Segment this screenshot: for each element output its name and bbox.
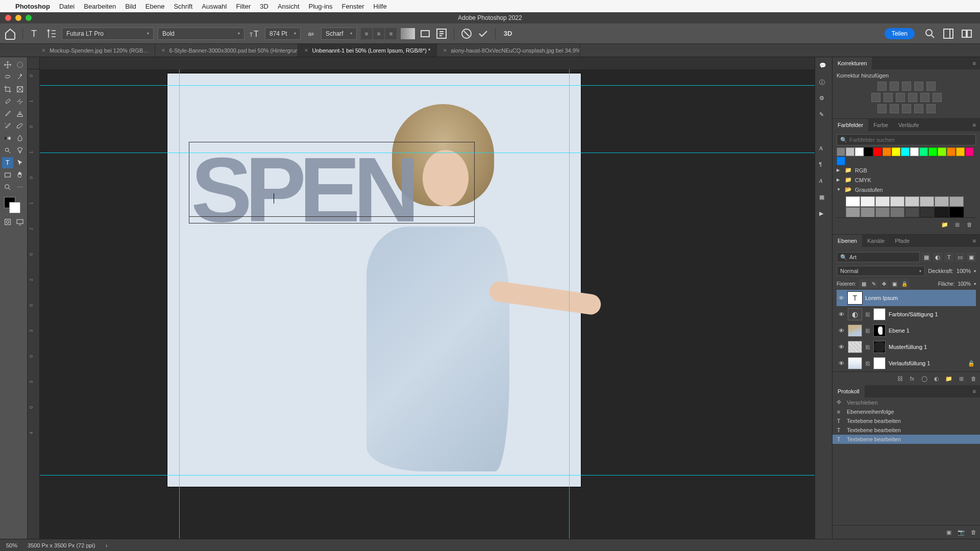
guide-horizontal[interactable] — [40, 475, 815, 475]
type-tool-indicator-icon[interactable]: T — [29, 28, 41, 40]
menu-plugins[interactable]: Plug-ins — [309, 3, 333, 10]
history-item[interactable]: ✥Verschieben — [832, 397, 980, 407]
comment-panel-icon[interactable]: 💬 — [819, 62, 828, 71]
layer-mask[interactable] — [873, 341, 886, 353]
layer-mask[interactable] — [873, 308, 886, 320]
menu-3d[interactable]: 3D — [260, 3, 268, 10]
close-icon[interactable]: × — [42, 47, 45, 54]
delete-layer-icon[interactable]: 🗑 — [969, 374, 978, 383]
ruler-vertical[interactable]: 010 101 202 030 304 — [28, 69, 40, 539]
brush-tool-icon[interactable] — [2, 108, 13, 119]
history-brush-tool-icon[interactable] — [2, 120, 13, 132]
ruler-origin[interactable] — [28, 57, 40, 69]
lut-icon[interactable] — [933, 93, 942, 102]
swatch[interactable] — [949, 196, 964, 207]
pen-tool-icon[interactable] — [14, 145, 26, 156]
move-tool-icon[interactable] — [2, 59, 13, 70]
swatch[interactable] — [901, 147, 910, 156]
visibility-toggle-icon[interactable]: 👁 — [838, 295, 845, 301]
poster-icon[interactable] — [890, 104, 899, 113]
lock-position-icon[interactable]: ✥ — [879, 279, 889, 288]
threshold-icon[interactable] — [902, 104, 911, 113]
link-icon[interactable]: ⛓ — [865, 361, 870, 366]
screenmode-icon[interactable] — [14, 216, 26, 228]
swatch[interactable] — [873, 147, 882, 156]
swatch[interactable] — [919, 147, 928, 156]
close-window-icon[interactable] — [5, 15, 11, 21]
edit-toolbar-icon[interactable]: ⋯ — [14, 182, 26, 193]
layer-mask[interactable] — [873, 324, 886, 337]
doc-dimensions[interactable]: 3500 Px x 3500 Px (72 ppi) — [28, 542, 95, 548]
selcol-icon[interactable] — [926, 104, 936, 113]
menu-auswahl[interactable]: Auswahl — [202, 3, 227, 10]
tab-protokoll[interactable]: Protokoll — [832, 385, 865, 397]
menu-ebene[interactable]: Ebene — [145, 3, 165, 10]
menu-filter[interactable]: Filter — [236, 3, 251, 10]
zoom-tool-icon[interactable] — [2, 182, 13, 193]
guide-vertical[interactable] — [179, 69, 180, 539]
swatch[interactable] — [935, 207, 949, 217]
guide-horizontal[interactable] — [40, 153, 815, 153]
font-weight-select[interactable]: Bold▾ — [158, 28, 244, 40]
hue-icon[interactable] — [871, 93, 880, 102]
tab-verlaeufe[interactable]: Verläufe — [893, 119, 924, 131]
glyphs-panel-icon[interactable]: A — [819, 178, 828, 187]
gradient-tool-icon[interactable] — [2, 133, 13, 144]
healing-brush-tool-icon[interactable] — [14, 96, 26, 107]
commit-edit-icon[interactable] — [477, 28, 489, 40]
doc-tab[interactable]: ×aiony-haust-8OxVecNEuCQ-unsplash.jpg be… — [437, 44, 580, 57]
character-panel-icon[interactable] — [435, 28, 448, 40]
colbal-icon[interactable] — [884, 93, 893, 102]
dodge-tool-icon[interactable] — [2, 145, 13, 156]
layer-item[interactable]: 👁 ⛓ Ebene 1 — [837, 322, 976, 339]
swatch[interactable] — [910, 147, 919, 156]
link-icon[interactable]: ⛓ — [865, 312, 870, 317]
arrange-docs-icon[interactable] — [961, 28, 973, 40]
filter-type-icon[interactable]: T — [944, 253, 953, 262]
link-icon[interactable]: ⛓ — [865, 344, 870, 350]
layer-thumb-img[interactable] — [848, 324, 862, 337]
eyedropper-tool-icon[interactable] — [2, 96, 13, 107]
swatch[interactable] — [965, 147, 974, 156]
doc-tab[interactable]: ×Unbenannt-1 bei 50% (Lorem Ipsum, RGB/8… — [298, 44, 437, 57]
rectangle-tool-icon[interactable] — [2, 169, 13, 181]
background-color[interactable] — [9, 202, 20, 213]
layer-kind-filter[interactable]: 🔍Art — [837, 252, 920, 262]
swatch[interactable] — [846, 196, 860, 207]
blur-tool-icon[interactable] — [14, 133, 26, 144]
share-button[interactable]: Teilen — [885, 28, 915, 39]
swatch[interactable] — [947, 147, 955, 156]
layer-item[interactable]: 👁 ◐ ⛓ Farbton/Sättigung 1 — [837, 306, 976, 322]
history-item[interactable]: TTextebene bearbeiten — [832, 416, 980, 425]
tab-farbfelder[interactable]: Farbfelder — [832, 119, 868, 131]
text-orientation-icon[interactable] — [45, 28, 58, 40]
lasso-tool-icon[interactable] — [2, 71, 13, 83]
lock-all-icon[interactable]: 🔒 — [900, 279, 909, 288]
artboard-tool-icon[interactable] — [14, 59, 26, 70]
type-tool-icon[interactable]: T — [2, 157, 13, 168]
swatch[interactable] — [892, 147, 900, 156]
swatch[interactable] — [890, 196, 904, 207]
align-left-icon[interactable]: ≡ — [361, 28, 372, 39]
paragraph-panel-icon[interactable]: ¶ — [819, 161, 828, 170]
snapshot-icon[interactable]: 📷 — [957, 528, 966, 537]
tab-ebenen[interactable]: Ebenen — [832, 235, 862, 247]
blend-mode-select[interactable]: Normal▾ — [837, 266, 925, 276]
exposure-icon[interactable] — [914, 82, 923, 91]
swatch[interactable] — [890, 207, 904, 217]
swatch[interactable] — [875, 196, 890, 207]
properties-panel-icon[interactable]: ⚙ — [819, 95, 828, 104]
layer-thumb-pattern[interactable] — [848, 341, 862, 353]
menu-datei[interactable]: Datei — [59, 3, 75, 10]
history-item[interactable]: TTextebene bearbeiten — [832, 435, 980, 444]
font-size-select[interactable]: 874 Pt▾ — [265, 28, 301, 40]
guide-vertical[interactable] — [569, 69, 570, 539]
filter-pixel-icon[interactable]: ▦ — [922, 253, 931, 262]
visibility-toggle-icon[interactable]: 👁 — [838, 360, 845, 366]
adjustments-panel-icon[interactable]: ✎ — [819, 111, 828, 120]
close-icon[interactable]: × — [161, 47, 165, 54]
swatch[interactable] — [905, 196, 919, 207]
new-swatch-icon[interactable]: ⊞ — [952, 220, 962, 229]
opacity-value[interactable]: 100% — [957, 268, 971, 274]
swatch[interactable] — [837, 157, 845, 165]
